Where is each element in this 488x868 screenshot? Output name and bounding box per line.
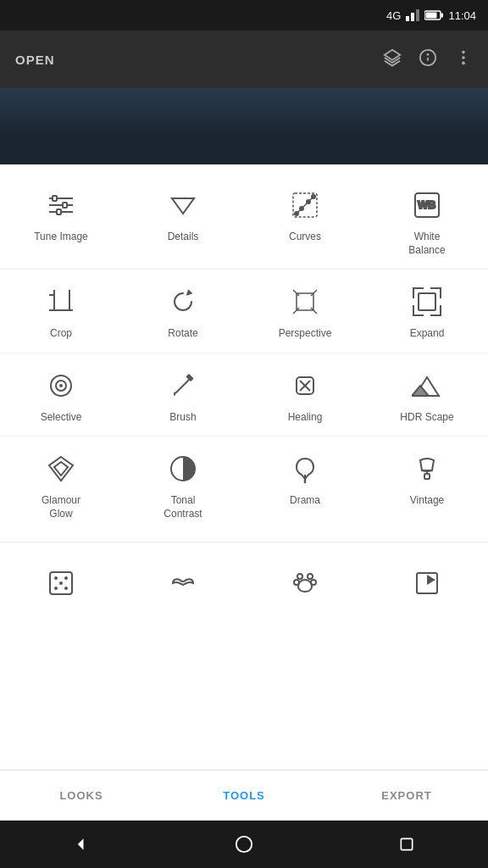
rotate-icon <box>164 283 202 320</box>
nav-tools[interactable]: TOOLS <box>163 771 325 821</box>
tool-white-balance[interactable]: W B WhiteBalance <box>366 173 488 269</box>
selective-label: Selective <box>41 411 82 425</box>
tool-extra3[interactable] <box>244 551 366 620</box>
tune-image-label: Tune Image <box>34 231 88 244</box>
top-bar: OPEN <box>0 31 488 88</box>
svg-point-43 <box>304 384 307 387</box>
tools-grid: Tune Image Details <box>0 173 488 542</box>
tools-label: TOOLS <box>223 789 265 802</box>
svg-rect-67 <box>401 838 412 849</box>
selective-icon <box>42 367 80 404</box>
open-button[interactable]: OPEN <box>15 53 55 67</box>
extra-tools-row <box>0 542 488 624</box>
svg-point-56 <box>54 587 58 590</box>
tool-hdr-scape[interactable]: HDR Scape <box>366 353 488 437</box>
svg-rect-50 <box>424 474 430 479</box>
expand-icon <box>408 283 446 320</box>
svg-marker-19 <box>172 198 194 214</box>
tool-selective[interactable]: Selective <box>0 353 122 437</box>
tool-crop[interactable]: Crop <box>0 270 122 353</box>
top-bar-icons <box>383 48 473 71</box>
glamour-icon <box>42 450 80 487</box>
tool-tonal-contrast[interactable]: TonalContrast <box>122 437 244 532</box>
battery-icon <box>424 10 443 20</box>
back-button[interactable] <box>64 827 98 861</box>
svg-marker-46 <box>49 457 73 481</box>
svg-text:B: B <box>428 198 435 211</box>
crop-icon <box>42 283 80 320</box>
tonal-contrast-label: TonalContrast <box>164 494 202 520</box>
svg-rect-18 <box>57 209 61 214</box>
perspective-icon <box>286 283 324 320</box>
svg-point-59 <box>297 574 302 579</box>
layers-icon[interactable] <box>383 48 402 71</box>
svg-point-10 <box>462 50 465 53</box>
android-nav <box>0 821 488 868</box>
mustache-icon <box>164 565 202 602</box>
nav-export[interactable]: EXPORT <box>325 771 488 821</box>
tool-details[interactable]: Details <box>122 173 244 269</box>
svg-marker-64 <box>427 575 435 585</box>
svg-point-66 <box>236 837 252 852</box>
details-label: Details <box>168 231 199 244</box>
dice-icon <box>42 565 80 602</box>
brush-icon <box>164 367 202 404</box>
home-button[interactable] <box>227 827 261 861</box>
tool-extra1[interactable] <box>0 551 122 620</box>
white-balance-label: WhiteBalance <box>408 231 445 257</box>
looks-label: LOOKS <box>59 789 103 802</box>
time: 11:04 <box>448 9 476 22</box>
svg-point-55 <box>64 576 68 580</box>
svg-rect-5 <box>426 13 437 19</box>
svg-marker-2 <box>416 9 419 21</box>
tool-drama[interactable]: Drama <box>244 437 366 532</box>
network-type: 4G <box>386 9 401 22</box>
tool-curves[interactable]: Curves <box>244 173 366 269</box>
drama-label: Drama <box>290 494 320 508</box>
tool-brush[interactable]: Brush <box>122 353 244 437</box>
crop-label: Crop <box>50 327 72 341</box>
perspective-label: Perspective <box>279 327 332 341</box>
glamour-glow-label: GlamourGlow <box>42 494 80 520</box>
tool-expand[interactable]: Expand <box>366 270 488 353</box>
drama-icon <box>286 450 324 487</box>
tool-rotate[interactable]: Rotate <box>122 270 244 353</box>
recents-button[interactable] <box>390 827 424 861</box>
svg-marker-65 <box>78 838 84 849</box>
svg-marker-0 <box>406 16 409 21</box>
expand-label: Expand <box>410 327 445 341</box>
tool-healing[interactable]: Healing <box>244 353 366 437</box>
svg-point-57 <box>64 587 68 590</box>
tool-extra4[interactable] <box>366 551 488 620</box>
svg-point-12 <box>462 61 465 64</box>
svg-point-37 <box>59 384 63 387</box>
nav-looks[interactable]: LOOKS <box>0 771 163 821</box>
tool-vintage[interactable]: Vintage <box>366 437 488 532</box>
svg-rect-34 <box>419 293 435 310</box>
svg-point-60 <box>308 574 313 579</box>
svg-rect-17 <box>63 203 67 208</box>
svg-rect-16 <box>53 196 57 201</box>
tools-section: Tune Image Details <box>0 164 488 770</box>
more-icon[interactable] <box>454 48 473 71</box>
curves-label: Curves <box>289 231 321 244</box>
hdr-scape-label: HDR Scape <box>400 411 453 425</box>
svg-rect-4 <box>441 14 444 18</box>
signal-icon <box>406 9 419 21</box>
tool-glamour-glow[interactable]: GlamourGlow <box>0 437 122 532</box>
vintage-icon <box>408 450 446 487</box>
rotate-label: Rotate <box>168 327 197 341</box>
image-preview <box>0 88 488 164</box>
export-label: EXPORT <box>381 789 431 802</box>
tool-tune-image[interactable]: Tune Image <box>0 173 122 269</box>
curves-icon <box>286 186 324 224</box>
flag-icon <box>408 565 446 602</box>
tool-extra2[interactable] <box>122 551 244 620</box>
info-icon[interactable] <box>419 48 437 71</box>
svg-line-38 <box>176 379 190 392</box>
tool-perspective[interactable]: Perspective <box>244 270 366 353</box>
healing-label: Healing <box>288 411 323 425</box>
status-bar: 4G 11:04 <box>0 0 488 31</box>
vintage-label: Vintage <box>410 494 444 508</box>
svg-point-58 <box>59 581 63 585</box>
